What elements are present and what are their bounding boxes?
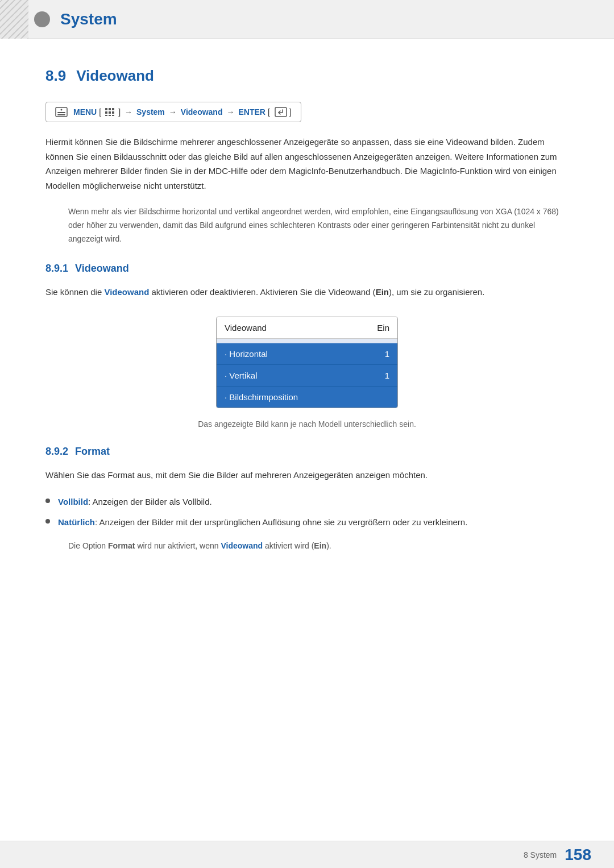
bullet-text-1: Vollbild: Anzeigen der Bilder als Vollbi… (58, 495, 212, 509)
sub1-text3: ), um sie zu organisieren. (389, 287, 484, 297)
svg-rect-4 (105, 108, 107, 110)
bullet-dot-2 (45, 519, 50, 524)
format-note: Die Option Format wird nur aktiviert, we… (68, 539, 569, 553)
ui-menu-item-value-horizontal: 1 (385, 349, 389, 359)
bullet-text-2: Natürlich: Anzeigen der Bilder mit der u… (58, 515, 467, 530)
ui-menu-header-title: Videowand (225, 323, 267, 333)
breadcrumb-videowand: Videowand (181, 107, 223, 117)
section-number: 8.9 (45, 67, 66, 85)
breadcrumb-system: System (136, 107, 165, 117)
menu-breadcrumb: MENU [ ] → System → Videowand → ENTER [ (45, 102, 301, 122)
breadcrumb-menu: MENU (73, 107, 97, 117)
breadcrumb-enter-bracket-close: ] (289, 107, 292, 117)
page-footer: 8 System 158 (0, 841, 614, 868)
ui-menu-container: Videowand Ein · Horizontal 1 · Vertikal … (45, 317, 569, 408)
top-bar: System (0, 0, 614, 39)
sub1-text2: aktivieren oder deaktivieren. Aktivieren… (149, 287, 375, 297)
format-note-bold2: Videowand (221, 541, 263, 550)
sub-title-2: Format (75, 446, 110, 458)
main-content: 8.9 Videowand MENU [ (0, 39, 614, 599)
svg-rect-11 (109, 115, 111, 116)
svg-rect-5 (109, 108, 111, 110)
breadcrumb-bracket-open: [ (99, 107, 101, 117)
sub-heading-1: 8.9.1 Videowand (45, 263, 569, 275)
svg-rect-3 (57, 114, 65, 115)
ui-menu-item-label-horizontal: · Horizontal (225, 349, 268, 359)
ui-menu: Videowand Ein · Horizontal 1 · Vertikal … (216, 317, 398, 408)
format-note-text1: Die Option (68, 541, 108, 550)
ui-menu-header: Videowand Ein (217, 317, 397, 339)
svg-rect-9 (112, 111, 114, 114)
menu-caption: Das angezeigte Bild kann je nach Modell … (45, 420, 569, 429)
list-item: Vollbild: Anzeigen der Bilder als Vollbi… (45, 495, 569, 509)
sub1-bold1: Videowand (104, 287, 149, 297)
ui-menu-item-vertikal: · Vertikal 1 (217, 365, 397, 387)
format-note-text4: ). (326, 541, 331, 550)
intro-paragraph: Hiermit können Sie die Bildschirme mehre… (45, 135, 569, 193)
breadcrumb-arrow2: → (169, 107, 177, 117)
sub1-bold2: Ein (376, 287, 389, 297)
sub-heading-2: 8.9.2 Format (45, 446, 569, 458)
bullet-list: Vollbild: Anzeigen der Bilder als Vollbi… (45, 495, 569, 529)
note-box-1: Wenn mehr als vier Bildschirme horizonta… (68, 205, 569, 246)
sub2-body-text: Wählen Sie das Format aus, mit dem Sie d… (45, 468, 569, 483)
section-title: Videowand (76, 67, 154, 85)
svg-rect-6 (112, 108, 114, 110)
page-title: System (60, 10, 117, 28)
sub-number-1: 8.9.1 (45, 263, 68, 275)
sub1-body: Sie können die Videowand aktivieren oder… (45, 285, 569, 300)
list-item: Natürlich: Anzeigen der Bilder mit der u… (45, 515, 569, 530)
svg-rect-10 (105, 115, 107, 116)
breadcrumb-enter: ENTER (238, 107, 265, 117)
ui-menu-spacer (217, 339, 397, 343)
svg-rect-7 (105, 111, 107, 114)
enter-icon (275, 107, 287, 117)
format-note-text2: wird nur aktiviert, wenn (135, 541, 221, 550)
note-text-1: Wenn mehr als vier Bildschirme horizonta… (68, 205, 569, 246)
format-note-bold3: Ein (314, 541, 326, 550)
svg-rect-13 (275, 107, 287, 117)
svg-rect-12 (112, 115, 114, 116)
svg-point-1 (61, 109, 63, 111)
breadcrumb-arrow3: → (226, 107, 234, 117)
svg-rect-8 (109, 111, 111, 114)
ui-menu-item-value-vertikal: 1 (385, 371, 389, 380)
footer-system-label: 8 System (524, 850, 557, 859)
remote-icon (55, 107, 68, 117)
svg-rect-2 (57, 112, 65, 113)
format-note-text3: aktiviert wird ( (263, 541, 314, 550)
footer-page-number: 158 (565, 846, 591, 864)
bullet-dot-1 (45, 499, 50, 503)
section-heading: 8.9 Videowand (45, 67, 569, 85)
breadcrumb-arrow1: → (125, 107, 132, 117)
ui-menu-item-horizontal: · Horizontal 1 (217, 343, 397, 365)
breadcrumb-enter-bracket: [ (268, 107, 270, 117)
sub-number-2: 8.9.2 (45, 446, 68, 458)
sub-title-1: Videowand (75, 263, 129, 275)
sub1-text1: Sie können die (45, 287, 104, 297)
header-circle-icon (34, 11, 50, 27)
menu-grid-icon (105, 107, 115, 117)
ui-menu-item-label-vertikal: · Vertikal (225, 371, 258, 380)
ui-menu-item-label-bildschirmposition: · Bildschirmposition (225, 392, 298, 402)
ui-menu-item-bildschirmposition: · Bildschirmposition (217, 387, 397, 408)
format-note-bold1: Format (108, 541, 135, 550)
ui-menu-header-value: Ein (377, 323, 389, 333)
breadcrumb-bracket-close: ] (118, 107, 121, 117)
